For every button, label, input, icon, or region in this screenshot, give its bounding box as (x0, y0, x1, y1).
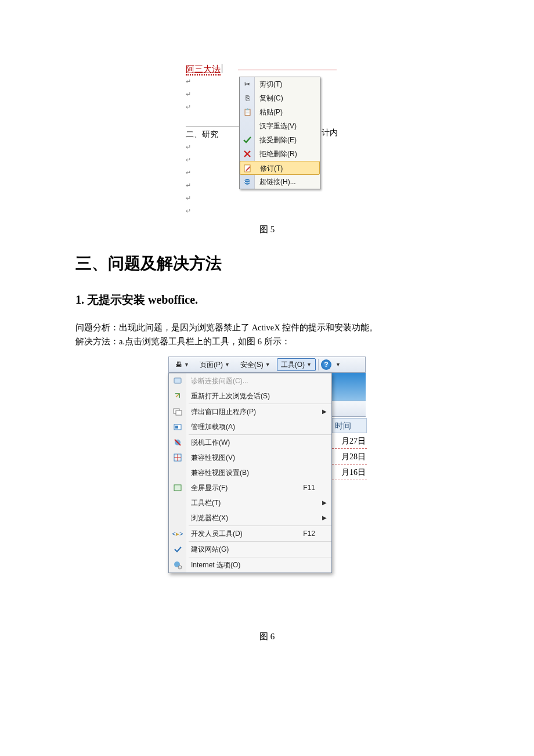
menu-label: Internet 选项(O) (191, 561, 240, 569)
reopen-session-icon (172, 391, 183, 401)
menu-item-cut[interactable]: ✂ 剪切(T) (240, 77, 320, 91)
submenu-arrow-icon: ▶ (322, 404, 327, 419)
subsection-heading: 1. 无提示安装 weboffice. (75, 292, 459, 308)
menu-label: 管理加载项(A) (191, 423, 235, 431)
dropdown-caret-icon: ▼ (225, 362, 230, 368)
menu-item-reject-deletion[interactable]: 拒绝删除(R) (240, 147, 320, 161)
menu-label: 重新打开上次浏览会话(S) (191, 392, 270, 400)
figure-6: 🖶 ▼ 页面(P) ▼ 安全(S) ▼ 工具(O) ▼ ? (168, 357, 366, 642)
fullscreen-icon (172, 483, 183, 493)
figure-5: 阿三大法 ↵ ↵ ↵ 二、研究 计内 ↵↵↵ ↵↵↵ ✂ 剪切(T) ⎘ 复制(… (186, 64, 348, 221)
menu-label: 诊断连接问题(C)... (191, 377, 248, 385)
list-row: 月27日 (332, 433, 367, 449)
menu-item-paste[interactable]: 📋 粘贴(P) (240, 105, 320, 119)
menu-item-ime-reconvert[interactable]: 汉字重选(V) (240, 119, 320, 133)
menu-label: 兼容性视图(V) (191, 453, 235, 462)
menu-label: 浏览器栏(X) (191, 514, 228, 522)
svg-rect-0 (244, 165, 250, 172)
paragraph-marks-block: ↵↵↵ ↵↵↵ (186, 141, 191, 217)
word-document-area: 阿三大法 ↵ ↵ ↵ (186, 64, 244, 113)
paragraph-mark: ↵ (186, 88, 244, 100)
addons-icon (172, 422, 183, 432)
menu-item-reopen-session[interactable]: 重新打开上次浏览会话(S) (169, 388, 331, 404)
diagnose-icon (172, 376, 183, 386)
menu-label: 建议网站(G) (191, 545, 229, 553)
menu-label: 剪切(T) (259, 80, 282, 88)
button-label: 页面(P) (200, 360, 223, 370)
scissors-icon: ✂ (242, 79, 252, 89)
offline-icon (172, 437, 183, 448)
dev-tools-icon: <▸> (172, 528, 183, 539)
menu-label: 兼容性视图设置(B) (191, 469, 249, 477)
menu-label: 超链接(H)... (259, 178, 296, 186)
svg-rect-10 (174, 485, 181, 491)
svg-rect-7 (175, 426, 178, 429)
menu-item-track-changes[interactable]: 修订(T) (240, 161, 320, 175)
menu-item-copy[interactable]: ⎘ 复制(C) (240, 91, 320, 105)
ie-command-bar: 🖶 ▼ 页面(P) ▼ 安全(S) ▼ 工具(O) ▼ ? (168, 357, 366, 373)
revision-mark-line (238, 70, 337, 70)
dropdown-caret-icon[interactable]: ▼ (335, 362, 341, 368)
menu-item-fullscreen[interactable]: 全屏显示(F) F11 (169, 480, 331, 495)
paragraph-mark: ↵ (186, 100, 244, 113)
compat-view-icon (172, 452, 183, 463)
menu-label: 弹出窗口阻止程序(P) (191, 408, 256, 416)
menu-item-suggested-sites[interactable]: 建议网站(G) (169, 542, 331, 557)
figure-5-caption: 图 5 (75, 224, 459, 235)
menu-item-hyperlink[interactable]: 超链接(H)... (240, 175, 320, 189)
tools-menu-button[interactable]: 工具(O) ▼ (277, 358, 316, 371)
menu-shortcut: F11 (303, 480, 315, 495)
doc-heading-left: 二、研究 (186, 127, 241, 140)
menu-item-manage-addons[interactable]: 管理加载项(A) (169, 419, 331, 434)
help-icon: ? (324, 361, 328, 369)
menu-label: 全屏显示(F) (191, 484, 228, 492)
menu-label: 粘贴(P) (259, 108, 283, 116)
menu-label: 接受删除(E) (259, 136, 297, 144)
section-heading: 三、问题及解决方法 (75, 253, 459, 275)
ie-title-bar-fragment (331, 373, 366, 401)
list-header-time: 时间 (332, 418, 367, 433)
list-row: 月16日 (332, 465, 367, 480)
menu-label: 开发人员工具(D) (191, 530, 243, 538)
document-page: 阿三大法 ↵ ↵ ↵ 二、研究 计内 ↵↵↵ ↵↵↵ ✂ 剪切(T) ⎘ 复制(… (0, 0, 534, 682)
help-button[interactable]: ? (321, 359, 331, 370)
misspelled-link-text[interactable]: 阿三大法 (186, 64, 221, 75)
menu-label: 工具栏(T) (191, 499, 221, 507)
svg-rect-5 (176, 411, 182, 415)
submenu-arrow-icon: ▶ (322, 510, 327, 525)
figure-6-caption: 图 6 (168, 631, 366, 642)
menu-item-dev-tools[interactable]: <▸> 开发人员工具(D) F12 (169, 526, 331, 541)
page-menu-button[interactable]: 页面(P) ▼ (196, 358, 234, 371)
submenu-arrow-icon: ▶ (322, 495, 327, 510)
accept-icon (242, 135, 252, 145)
dropdown-caret-icon: ▼ (306, 362, 312, 368)
toolbar-separator (318, 359, 319, 370)
dropdown-caret-icon: ▼ (265, 362, 270, 368)
button-label: 工具(O) (281, 360, 305, 370)
menu-item-internet-options[interactable]: Internet 选项(O) (169, 557, 331, 573)
svg-point-1 (244, 179, 250, 185)
safety-menu-button[interactable]: 安全(S) ▼ (236, 358, 275, 371)
svg-rect-3 (174, 378, 181, 383)
menu-item-compat-view[interactable]: 兼容性视图(V) (169, 450, 331, 465)
tools-dropdown-menu: 诊断连接问题(C)... 重新打开上次浏览会话(S) 弹出窗口阻止程序(P) ▶ (168, 373, 332, 573)
doc-heading-right: 计内 (322, 128, 338, 138)
menu-item-toolbars[interactable]: 工具栏(T) ▶ (169, 495, 331, 510)
hyperlink-icon (242, 177, 252, 187)
menu-label: 复制(C) (259, 94, 283, 102)
copy-icon: ⎘ (242, 93, 252, 103)
menu-item-accept-deletion[interactable]: 接受删除(E) (240, 133, 320, 147)
menu-item-popup-blocker[interactable]: 弹出窗口阻止程序(P) ▶ (169, 404, 331, 419)
menu-label: 修订(T) (260, 164, 283, 172)
menu-item-explorer-bars[interactable]: 浏览器栏(X) ▶ (169, 510, 331, 525)
menu-item-compat-settings[interactable]: 兼容性视图设置(B) (169, 465, 331, 480)
menu-item-diagnose-connection[interactable]: 诊断连接问题(C)... (169, 373, 331, 388)
print-button[interactable]: 🖶 ▼ (171, 358, 193, 371)
menu-item-work-offline[interactable]: 脱机工作(W) (169, 435, 331, 450)
background-page-list: 时间 月27日 月28日 月16日 (332, 418, 367, 480)
list-row: 月28日 (332, 449, 367, 465)
paste-icon: 📋 (242, 107, 252, 117)
paragraph-mark: ↵ (186, 75, 244, 88)
menu-label: 脱机工作(W) (191, 438, 230, 447)
reject-icon (242, 149, 252, 159)
